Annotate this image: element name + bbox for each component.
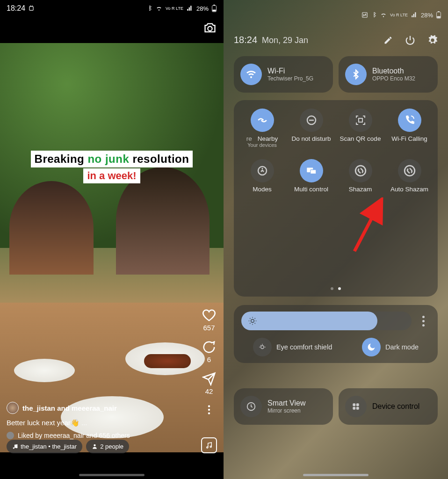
edit-icon[interactable] <box>383 36 393 45</box>
svg-rect-30 <box>356 403 359 406</box>
nav-handle[interactable] <box>303 474 369 476</box>
audio-square-icon <box>205 441 213 450</box>
bluetooth-title: Bluetooth <box>372 67 415 75</box>
story-footer: the_jistan and meeeraa_nair Better luck … <box>7 402 181 439</box>
bluetooth-status-icon <box>371 12 377 18</box>
settings-gear-icon[interactable] <box>427 35 438 45</box>
dnd-tile[interactable]: Do not disturb <box>287 109 336 148</box>
bluetooth-icon <box>345 64 367 85</box>
brightness-more-button[interactable] <box>416 316 430 327</box>
battery-percent: 28% <box>196 5 209 12</box>
send-icon <box>202 372 216 386</box>
caption-word-1: Breaking <box>35 152 85 165</box>
qs-bottom-row: Smart View Mirror screen Device control <box>234 388 438 425</box>
qs-tile-panel: reNearbyYour devices Do not disturb Scan… <box>234 100 438 297</box>
smart-view-tile[interactable]: Smart View Mirror screen <box>234 388 333 425</box>
svg-rect-29 <box>353 403 355 406</box>
story-pill-row: the_jistan • the_jistar 2 people <box>7 440 129 453</box>
network-label: Vo R LTE <box>166 7 183 11</box>
caption-word-3: resolution <box>132 152 189 165</box>
dnd-label: Do not disturb <box>291 135 331 142</box>
auto-shazam-tile[interactable]: Auto Shazam <box>385 159 434 193</box>
more-vertical-icon <box>203 404 215 416</box>
qs-connectivity-row: Wi-Fi Techwiser Pro_5G Bluetooth OPPO En… <box>234 56 438 93</box>
device-control-label: Device control <box>372 402 419 411</box>
nearby-label: Nearby <box>258 135 278 142</box>
nav-handle[interactable] <box>79 474 145 476</box>
dnd-icon <box>300 109 323 132</box>
story-media[interactable]: Breaking no junk resolution in a week! <box>0 43 224 452</box>
audio-page-button[interactable] <box>201 437 217 453</box>
svg-point-23 <box>405 166 415 176</box>
shazam-tile[interactable]: Shazam <box>336 159 385 193</box>
status-bar: 18:24 Vo R LTE 28% <box>0 0 224 17</box>
multi-control-icon <box>300 159 323 182</box>
music-pill-text: the_jistan • the_jistar <box>21 443 77 450</box>
multi-control-tile[interactable]: Multi control <box>287 159 336 193</box>
device-control-icon <box>345 396 367 417</box>
svg-point-9 <box>16 447 17 448</box>
svg-rect-18 <box>359 118 362 122</box>
svg-rect-15 <box>438 11 440 12</box>
like-button[interactable]: 657 <box>202 308 216 332</box>
music-pill[interactable]: the_jistan • the_jistar <box>7 440 82 453</box>
eye-comfort-label: Eye comfort shield <box>276 343 332 351</box>
qr-label: Scan QR code <box>340 135 381 142</box>
signal-icon <box>186 5 194 12</box>
svg-rect-3 <box>212 10 216 12</box>
wifi-icon <box>240 64 262 85</box>
device-control-tile[interactable]: Device control <box>339 388 438 425</box>
svg-rect-21 <box>310 170 316 174</box>
nearby-icon <box>251 109 274 132</box>
camera-button[interactable] <box>203 22 217 36</box>
alarm-icon <box>28 5 35 12</box>
share-button[interactable]: 42 <box>202 372 216 395</box>
bluetooth-tile[interactable]: Bluetooth OPPO Enco M32 <box>339 56 438 93</box>
story-caption-text[interactable]: Better luck next year👋 ... <box>7 419 181 427</box>
power-icon[interactable] <box>405 35 415 45</box>
svg-rect-32 <box>356 407 359 410</box>
nearby-share-tile[interactable]: reNearbyYour devices <box>238 109 287 148</box>
music-note-icon <box>12 443 18 450</box>
liked-by-row[interactable]: Liked by meeeraa_nair and 656 others <box>7 432 181 439</box>
wifi-calling-icon <box>398 109 421 132</box>
people-pill[interactable]: 2 people <box>86 440 129 453</box>
qs-header: 18:24 Mon, 29 Jan <box>234 35 438 45</box>
svg-point-12 <box>210 446 211 448</box>
qs-time: 18:24 <box>234 35 257 45</box>
svg-point-11 <box>207 447 208 448</box>
shazam-label: Shazam <box>349 186 372 193</box>
signal-icon <box>411 12 418 18</box>
story-action-rail: 657 6 42 <box>202 308 216 416</box>
sun-icon <box>248 316 257 326</box>
story-user-row[interactable]: the_jistan and meeeraa_nair <box>7 402 181 414</box>
more-button[interactable] <box>203 404 215 416</box>
status-bar: Vo R LTE 28% <box>224 7 448 23</box>
caption-line-2: in a week! <box>83 168 140 183</box>
auto-shazam-label: Auto Shazam <box>390 186 428 193</box>
wifi-tile[interactable]: Wi-Fi Techwiser Pro_5G <box>234 56 333 93</box>
comment-count: 6 <box>207 356 211 363</box>
heart-icon <box>202 308 216 322</box>
smart-view-icon <box>240 396 262 417</box>
wifi-calling-tile[interactable]: Wi-Fi Calling <box>385 109 434 148</box>
wifi-sub: Techwiser Pro_5G <box>267 75 313 82</box>
nfc-icon <box>361 12 369 18</box>
svg-rect-31 <box>353 407 355 410</box>
bluetooth-status-icon <box>147 5 152 12</box>
shazam-icon <box>349 159 372 182</box>
modes-tile[interactable]: Modes <box>238 159 287 193</box>
qr-icon <box>349 109 372 132</box>
dark-mode-label: Dark mode <box>385 343 419 351</box>
modes-icon <box>251 159 274 182</box>
like-count: 657 <box>203 324 215 332</box>
left-phone-instagram-story: 18:24 Vo R LTE 28% Breaking no junk reso… <box>0 0 224 479</box>
scan-qr-tile[interactable]: Scan QR code <box>336 109 385 148</box>
wifi-calling-label: Wi-Fi Calling <box>391 135 427 142</box>
eye-comfort-icon <box>253 338 272 356</box>
comment-button[interactable]: 6 <box>202 340 216 363</box>
qs-date: Mon, 29 Jan <box>262 36 308 45</box>
dark-mode-toggle[interactable]: Dark mode <box>362 338 419 356</box>
eye-comfort-toggle[interactable]: Eye comfort shield <box>253 338 332 356</box>
brightness-slider[interactable] <box>241 312 412 330</box>
